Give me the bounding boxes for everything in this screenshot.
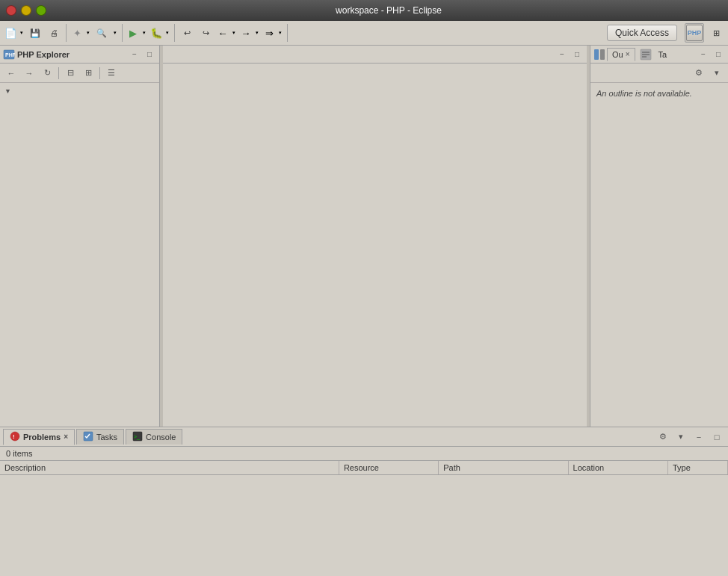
top-area: PHP PHP Explorer − □ ← → ↻ ⊟ ⊞ ☰ (0, 46, 728, 427)
collapse-all-button[interactable]: ← (3, 65, 19, 81)
outline-panel-controls: − □ (697, 48, 725, 61)
panel-controls: − □ (128, 48, 156, 61)
minimize-outline-button[interactable]: − (697, 48, 710, 61)
view-menu-button[interactable]: ☰ (103, 65, 120, 81)
toolbar-separator-1 (58, 67, 59, 79)
back-dropdown-button[interactable]: ▾ (230, 24, 238, 42)
debug-dropdown-button[interactable]: ▾ (164, 24, 171, 42)
window-title: workspace - PHP - Eclipse (55, 5, 722, 16)
search-button[interactable]: 🔍 (93, 24, 111, 42)
maximize-bottom-button[interactable]: □ (709, 429, 725, 445)
problems-settings-button[interactable]: ⚙ (655, 429, 671, 445)
debug-button[interactable]: 🐛 (149, 24, 164, 42)
maximize-editor-button[interactable]: □ (570, 48, 584, 61)
items-count: 0 items (0, 447, 728, 461)
toolbar-group-run: ▶ ▾ 🐛 ▾ (126, 24, 175, 42)
tool-split: ✦ ▾ (70, 24, 92, 42)
php-explorer-panel: PHP PHP Explorer − □ ← → ↻ ⊟ ⊞ ☰ (0, 46, 160, 427)
nav-prev-button[interactable]: ↩ (178, 24, 196, 42)
open-perspective-button[interactable]: ⊞ (707, 24, 725, 42)
problems-tab-icon: ! (10, 431, 20, 443)
debug-split: 🐛 ▾ (149, 24, 171, 42)
editor-panel: − □ (163, 46, 587, 427)
forward-split: → ▾ (238, 24, 261, 42)
outline-message: An outline is not available. (590, 83, 728, 104)
minimize-panel-button[interactable]: − (128, 48, 141, 61)
bottom-panel-header: ! Problems × Tasks (0, 427, 728, 447)
problems-viewmenu-button[interactable]: ▾ (673, 429, 689, 445)
tasks-tab-icon (83, 431, 93, 443)
type-column-header[interactable]: Type (667, 461, 727, 475)
svg-point-8 (10, 432, 19, 441)
outline-tab[interactable]: Ou × (607, 48, 635, 61)
problems-tab[interactable]: ! Problems × (3, 429, 75, 445)
description-column-header[interactable]: Description (0, 461, 339, 475)
maximize-outline-button[interactable]: □ (712, 48, 725, 61)
nav-next-button[interactable]: ↪ (197, 24, 215, 42)
outline-header: Ou × Ta − □ (590, 46, 728, 64)
run-dropdown-button[interactable]: ▾ (141, 24, 148, 42)
outline-viewmenu-button[interactable]: ▾ (709, 65, 725, 81)
run-button[interactable]: ▶ (126, 24, 141, 42)
toolbar-area: 📄 ▾ 💾 🖨 ✦ ▾ 🔍 ▾ ▶ ▾ (0, 21, 728, 46)
tool-button[interactable]: ✦ (70, 24, 84, 42)
minimize-bottom-button[interactable]: − (691, 429, 707, 445)
php-explorer-toolbar: ← → ↻ ⊟ ⊞ ☰ (0, 64, 159, 83)
refresh-button[interactable]: ⊞ (80, 65, 96, 81)
minimize-editor-button[interactable]: − (555, 48, 569, 61)
problems-tab-close[interactable]: × (64, 433, 68, 441)
php-explorer-title: PHP Explorer (17, 50, 126, 59)
php-perspective-icon[interactable]: PHP (686, 25, 703, 41)
svg-rect-2 (594, 49, 599, 60)
tree-arrow-icon: ▼ (4, 87, 13, 95)
print-button[interactable]: 🖨 (45, 24, 63, 42)
location-column-header[interactable]: Location (568, 461, 667, 475)
forward-button[interactable]: → (238, 24, 253, 42)
tasks-tab[interactable]: Ta (653, 48, 673, 61)
php-icon: PHP (688, 29, 702, 37)
workspace-area: PHP PHP Explorer − □ ← → ↻ ⊟ ⊞ ☰ (0, 46, 728, 576)
new-dropdown-button[interactable]: ▾ (18, 24, 25, 42)
outline-tab-close[interactable]: × (626, 50, 630, 58)
tasks-bottom-tab[interactable]: Tasks (76, 429, 124, 445)
link-editor-button[interactable]: → (21, 65, 37, 81)
outline-content: An outline is not available. (590, 83, 728, 427)
search-dropdown-button[interactable]: ▾ (111, 24, 119, 42)
path-column-header[interactable]: Path (439, 461, 568, 475)
outline-settings-button[interactable]: ⚙ (691, 65, 707, 81)
new-icon: 📄 (4, 28, 17, 39)
perspective-area: PHP (685, 23, 704, 43)
fwd2-button[interactable]: ⇒ (262, 24, 277, 42)
new-folder-button[interactable]: ⊟ (62, 65, 78, 81)
editor-header: − □ (163, 46, 587, 64)
svg-text:!: ! (13, 433, 15, 440)
maximize-window-button[interactable] (36, 5, 46, 16)
back-button[interactable]: ← (215, 24, 230, 42)
fwd2-split: ⇒ ▾ (262, 24, 284, 42)
resource-column-header[interactable]: Resource (339, 461, 438, 475)
tasks-tab-label: Tasks (96, 433, 117, 442)
tree-item-1[interactable]: ▼ (3, 86, 156, 96)
editor-area[interactable] (163, 64, 587, 427)
sync-button[interactable]: ↻ (39, 65, 55, 81)
save-button[interactable]: 💾 (26, 24, 44, 42)
console-tab[interactable]: >_ Console (126, 429, 182, 445)
quick-access-button[interactable]: Quick Access (607, 25, 677, 41)
svg-text:>_: >_ (134, 434, 140, 440)
maximize-panel-button[interactable]: □ (143, 48, 156, 61)
problems-content: Description Resource Path Location Type (0, 461, 728, 576)
console-tab-label: Console (146, 433, 176, 442)
new-button[interactable]: 📄 (3, 24, 18, 42)
problems-table: Description Resource Path Location Type (0, 461, 728, 475)
outline-panel: Ou × Ta − □ ⚙ (590, 46, 728, 427)
new-button-split: 📄 ▾ (3, 24, 25, 42)
tool-dropdown-button[interactable]: ▾ (84, 24, 92, 42)
close-window-button[interactable] (6, 5, 16, 16)
forward-dropdown-button[interactable]: ▾ (253, 24, 261, 42)
svg-text:PHP: PHP (5, 52, 15, 58)
fwd2-dropdown-button[interactable]: ▾ (277, 24, 284, 42)
run-split: ▶ ▾ (126, 24, 148, 42)
minimize-window-button[interactable] (21, 5, 31, 16)
php-explorer-content: ▼ (0, 83, 159, 427)
outline-toolbar: ⚙ ▾ (590, 64, 728, 83)
